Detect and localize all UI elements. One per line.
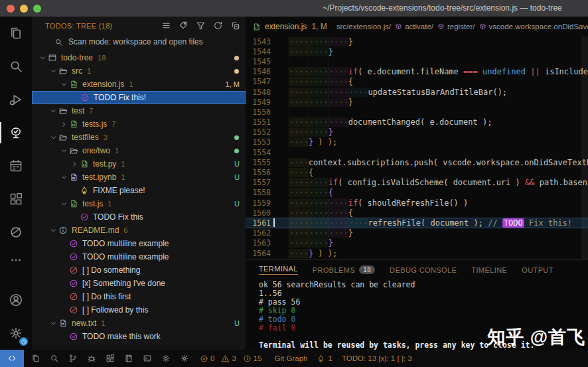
code-line-1560[interactable]: 1560············{ [246,208,588,218]
code-line-1561[interactable]: 1561················refreshFile( documen… [246,218,588,228]
chevron-down-icon[interactable] [48,133,58,142]
code-line-1558[interactable]: 1558········{ [246,188,588,198]
panel-tab-terminal[interactable]: TERMINAL [259,265,298,275]
tree-item-do-something[interactable]: [ ] Do something [32,263,246,277]
chevron-down-icon[interactable] [48,107,58,115]
code-line-1547[interactable]: 1547············{ [246,77,588,87]
code-line-1555[interactable]: 1555····context.subscriptions.push( vsco… [246,157,588,167]
filter-icon[interactable] [196,21,206,31]
tree-item-test-py[interactable]: test.py1U [32,157,246,171]
notebook-icon[interactable] [124,354,133,363]
code-line-1559[interactable]: 1559············if( shouldRefreshFile() … [246,198,588,208]
tree-item-todo-multiline-example[interactable]: TODO multiline example [32,237,246,250]
chevron-down-icon[interactable] [37,54,48,62]
activity-tree[interactable] [0,116,32,149]
chevron-down-icon[interactable] [48,319,58,328]
zoom-window-button[interactable] [33,5,41,13]
activity-run[interactable] [0,83,32,116]
tree-item-todo-multiline-example[interactable]: TODO multiline example [32,250,246,263]
panel-tab-problems[interactable]: PROBLEMS18 [313,265,375,274]
code-line-1557[interactable]: 1557········if( config.isValidScheme( do… [246,178,588,188]
breadcrumb-segment[interactable]: src/extension.js/ [336,23,391,31]
gear-icon[interactable] [161,354,171,363]
activity-ellipsis[interactable] [0,249,32,271]
status-item-1[interactable]: 1 [317,354,332,363]
tree-item-src[interactable]: src1 [32,64,246,78]
terminal-icon[interactable] [143,354,152,363]
activity-planet[interactable] [0,216,32,249]
chevron-down-icon[interactable] [48,226,58,235]
tree-item-x-something-i-ve-done[interactable]: [x] Something I've done [32,277,246,290]
extensions-icon[interactable] [106,354,115,363]
search-icon[interactable] [50,354,59,363]
chevron-down-icon[interactable] [58,200,69,208]
chevron-right-icon[interactable] [69,160,80,169]
code-line-1546[interactable]: 1546············if( e.document.fileName … [246,67,588,77]
problems-summary[interactable]: 0315 [200,354,265,363]
close-window-button[interactable] [7,5,15,13]
code-line-1553[interactable]: 1553····} ) ); [246,137,588,147]
code-editor[interactable]: 1543············}1544········}1545······… [246,37,588,259]
code-line-1550[interactable]: 1550············ [246,107,588,117]
editor-tab-row[interactable]: extension.js 1, M src/extension.js/activ… [246,17,588,37]
tree-item-fixme-please[interactable]: FIXME please! [32,184,246,197]
refresh-icon[interactable] [213,21,223,31]
minimize-window-button[interactable] [20,5,28,13]
code-line-1563[interactable]: 1563········} [246,238,588,248]
code-line-1564[interactable]: 1564····} ) ); [246,248,588,258]
tree-item-tests-js[interactable]: tests.js7 [32,117,246,131]
status-item-git-graph[interactable]: Git Graph [275,354,308,362]
git-branch-icon[interactable] [68,354,78,363]
code-line-1544[interactable]: 1544········} [246,46,588,56]
activity-gear[interactable] [0,317,32,350]
activity-extensions[interactable] [0,183,32,216]
chevron-down-icon[interactable] [48,67,58,76]
tree-item-followed-by-this[interactable]: [ ] Followed by this [32,303,246,317]
chevron-down-icon[interactable] [58,173,69,182]
code-line-1554[interactable]: 1554···· [246,147,588,157]
tree-item-test[interactable]: test7 [32,104,246,117]
code-line-1548[interactable]: 1548················updateStatusBarAndTi… [246,87,588,97]
panel-tab-output[interactable]: OUTPUT [522,266,553,274]
breadcrumb-segment[interactable]: vscode.workspace.onDidSaveTe [489,23,588,31]
tree-item-do-this-first[interactable]: [ ] Do this first [32,290,246,303]
tree-item-extension-js[interactable]: extension.js11, M [32,78,246,91]
activity-files[interactable] [0,17,32,50]
activity-account[interactable] [0,283,32,317]
debug-icon[interactable] [87,354,96,363]
code-line-1543[interactable]: 1543············} [246,37,588,46]
tree-item-todo-make-this-work[interactable]: TODO make this work [32,330,246,343]
tree-item-test-ipynb[interactable]: test.ipynb1U [32,171,246,184]
tag-icon[interactable] [179,21,188,31]
tree-item-readme-md[interactable]: README.md6 [32,224,246,237]
activity-search[interactable] [0,50,32,83]
code-line-1562[interactable]: 1562············} [246,228,588,238]
remote-indicator[interactable] [0,350,24,367]
tree-item-testfiles[interactable]: testfiles3 [32,131,246,144]
collapse-all-icon[interactable] [230,21,240,31]
panel-tab-debug-console[interactable]: DEBUG CONSOLE [390,266,457,274]
tab-filename[interactable]: extension.js [265,22,307,31]
tree-item-test-js[interactable]: test.js1U [32,197,246,210]
chevron-right-icon[interactable] [58,120,69,129]
breadcrumb-segment[interactable]: activate/ [405,23,433,31]
code-line-1552[interactable]: 1552········} [246,127,588,137]
activity-calendar[interactable] [0,149,32,183]
tree-item-one-two[interactable]: one/two1 [32,144,246,157]
tree-item-todo-tree[interactable]: todo-tree18 [32,51,246,64]
chevron-down-icon[interactable] [58,147,69,155]
list-flat-icon[interactable] [161,21,171,31]
tree-item-todo-fix-this[interactable]: TODO Fix this! [32,91,246,104]
files-icon[interactable] [31,354,40,363]
panel-tab-timeline[interactable]: TIMELINE [471,266,507,274]
code-line-1551[interactable]: 1551············documentChanged( e.docum… [246,117,588,127]
code-line-1556[interactable]: 1556····{ [246,167,588,177]
code-line-1549[interactable]: 1549············} [246,97,588,107]
tree-item-new-txt[interactable]: new.txt1U [32,317,246,330]
tree-item-todo-fix-this[interactable]: TODO Fix this [32,210,246,224]
code-line-1545[interactable]: 1545············ [246,56,588,66]
status-item-todo-13-x-1-3[interactable]: TODO: 13 [x]: 1 [ ]: 3 [342,354,412,362]
chevron-down-icon[interactable] [58,80,69,89]
breadcrumb-segment[interactable]: register/ [447,23,475,31]
gear-2-icon[interactable] [180,354,189,363]
